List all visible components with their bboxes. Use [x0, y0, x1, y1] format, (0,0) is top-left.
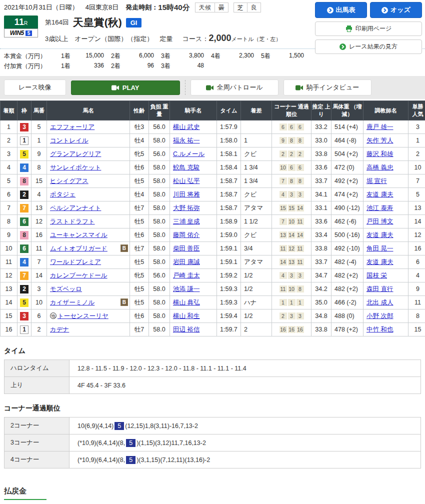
finish-time: 1:58.0: [217, 134, 241, 148]
trainer-link[interactable]: 鹿戸 雄一: [366, 124, 393, 130]
play-button[interactable]: PLAY: [71, 80, 180, 95]
jockey-link[interactable]: 川田 将雅: [173, 191, 200, 198]
patrol-video-button[interactable]: 全周パトロール: [190, 80, 278, 96]
jockey-cell: 横山 武史: [170, 120, 217, 134]
horse-link[interactable]: カデナ: [50, 326, 69, 333]
corner-positions: 433: [272, 188, 312, 202]
trainer-link[interactable]: 友道 康夫: [366, 258, 393, 266]
frame-number: 5: [18, 296, 32, 310]
horse-link[interactable]: ワールドプレミア: [50, 258, 101, 266]
margin: クビ: [241, 148, 272, 161]
jockey-interview-button[interactable]: 騎手インタビュー: [284, 80, 372, 96]
finish-position: 14: [0, 296, 18, 310]
trainer-link[interactable]: 国枝 栄: [366, 272, 387, 279]
jockey-link[interactable]: 田辺 裕信: [173, 326, 200, 333]
jockey-link[interactable]: 鮫島 克駿: [173, 164, 200, 171]
horse-link[interactable]: トーセンスーリヤ: [58, 312, 108, 320]
horse-link[interactable]: グランアレグリア: [50, 150, 101, 158]
jockey-link[interactable]: 柴田 善臣: [173, 245, 200, 252]
trainer-link[interactable]: 池江 泰寿: [366, 204, 393, 212]
trainer-link[interactable]: 友道 康夫: [366, 232, 393, 238]
frame-number: 1: [18, 323, 32, 336]
prize-entry: 1着 336: [54, 62, 104, 70]
trainer-link[interactable]: 小野 次郎: [366, 312, 393, 320]
horse-link[interactable]: モズベッロ: [50, 286, 82, 292]
corner-positions: 141311: [272, 256, 312, 269]
jockey-link[interactable]: 大野 拓弥: [173, 204, 200, 212]
trainer-link[interactable]: 戸田 博文: [366, 218, 393, 225]
jockey-link[interactable]: 岩田 康誠: [173, 258, 200, 266]
jockey-link[interactable]: 松山 弘平: [173, 178, 200, 184]
horse-name-cell: ポタジェ: [47, 188, 130, 202]
horse-link[interactable]: エフフォーリア: [50, 124, 94, 130]
last-3f: 34.1: [312, 188, 332, 202]
trainer-cell: 友道 康夫: [364, 256, 408, 269]
trainer-cell: 中竹 和也: [364, 323, 408, 336]
jockey-link[interactable]: C.ルメール: [173, 150, 204, 158]
jockey-link[interactable]: 三浦 皇成: [173, 218, 200, 225]
horse-link[interactable]: ポタジェ: [50, 191, 76, 198]
trainer-link[interactable]: 高橋 義忠: [366, 164, 393, 171]
column-header: 枠: [18, 101, 32, 120]
horse-link[interactable]: ペルシアンナイト: [50, 204, 101, 212]
last-3f: 33.0: [312, 134, 332, 148]
horse-name-cell: ワールドプレミア: [47, 256, 130, 269]
odds-button[interactable]: オッズ: [370, 2, 422, 18]
trainer-link[interactable]: 角田 晃一: [366, 245, 393, 252]
last-3f: 35.0: [312, 296, 332, 310]
horse-link[interactable]: ムイトオブリガード: [50, 245, 108, 252]
trainer-cell: 森田 直行: [364, 282, 408, 296]
body-weight: 482 (+2): [332, 269, 364, 282]
trainer-link[interactable]: 友道 康夫: [366, 191, 393, 198]
last-3f: 33.7: [312, 174, 332, 188]
horse-number: 2: [32, 323, 47, 336]
horse-link[interactable]: ユーキャンスマイル: [50, 232, 108, 238]
corner-row-label: 3コーナー: [4, 434, 70, 452]
horse-link[interactable]: コントレイル: [50, 137, 88, 144]
finish-time: 1:58.1: [217, 148, 241, 161]
column-header: 騎手名: [170, 101, 217, 120]
horse-link[interactable]: カイザーミノル: [50, 299, 94, 306]
trainer-link[interactable]: 藤沢 和雄: [366, 150, 393, 158]
margin: 3/4: [241, 242, 272, 256]
frame-number: 3: [18, 310, 32, 323]
frame-number: 2: [18, 282, 32, 296]
frame-number: 4: [18, 161, 32, 174]
trainer-link[interactable]: 中竹 和也: [366, 326, 393, 333]
entries-button[interactable]: 出馬表: [315, 2, 367, 18]
win-favorite-rank: 8: [408, 310, 425, 323]
body-weight: 488 (0): [332, 310, 364, 323]
jockey-link[interactable]: 福永 祐一: [173, 137, 200, 144]
jockey-link[interactable]: 横山 武史: [173, 124, 200, 130]
how-to-read-button[interactable]: レース結果の見方: [315, 40, 422, 54]
jockey-link[interactable]: 横山 和生: [173, 312, 200, 320]
corner-positions: 151514: [272, 202, 312, 215]
trainer-link[interactable]: 堀 宣行: [366, 178, 387, 184]
prize-entry: 2着 6,000: [104, 52, 154, 60]
jockey-link[interactable]: 横山 典弘: [173, 299, 200, 306]
time-row: 上り 4F 45.4 - 3F 33.6: [4, 377, 421, 394]
corner-positions: 788: [272, 174, 312, 188]
sex-age: 牡5: [130, 282, 149, 296]
horse-link[interactable]: ヒシイグアス: [50, 178, 88, 184]
column-header: コーナー 通過順位: [272, 101, 312, 120]
finish-time: 1:59.1: [217, 242, 241, 256]
horse-link[interactable]: ラストドラフト: [50, 218, 95, 225]
last-3f: 33.8: [312, 323, 332, 336]
margin: 1 1/2: [241, 215, 272, 228]
trainer-link[interactable]: 矢作 芳人: [366, 137, 393, 144]
jockey-link[interactable]: 藤岡 佑介: [173, 232, 200, 238]
print-page-button[interactable]: 印刷用ページ: [315, 22, 422, 36]
jockey-cell: 三浦 皇成: [170, 215, 217, 228]
race-distance: 2,000: [208, 33, 231, 43]
column-header: 単勝 人気: [408, 101, 425, 120]
trainer-link[interactable]: 森田 直行: [366, 286, 393, 292]
horse-link[interactable]: サンレイポケット: [50, 164, 101, 171]
corner-row-value: 10(6,9)(4,14)5(12,15)1,8(3,11)-16,7,13-2: [70, 418, 421, 434]
horse-link[interactable]: カレンブーケドール: [50, 272, 108, 279]
trainer-link[interactable]: 北出 成人: [366, 299, 393, 306]
jockey-link[interactable]: 池添 謙一: [173, 286, 200, 292]
jockey-link[interactable]: 戸崎 圭太: [173, 272, 200, 279]
finish-position: 9: [0, 228, 18, 242]
column-header: 着順: [0, 101, 18, 120]
